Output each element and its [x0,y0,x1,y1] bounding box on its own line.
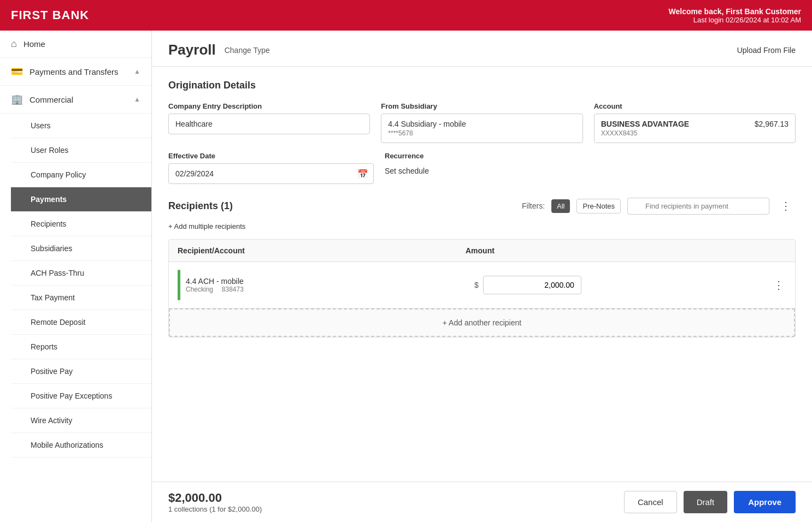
origination-section-title: Origination Details [168,80,796,91]
main-content: Payroll Change Type Upload From File Ori… [152,31,812,522]
filter-prenotes-button[interactable]: Pre-Notes [576,199,621,213]
amount-input[interactable] [483,276,581,294]
sidebar: ⌂ Home 💳 Payments and Transfers ▲ 🏢 Comm… [0,31,152,522]
recurrence-group: Recurrence Set schedule [385,152,796,184]
change-type-link[interactable]: Change Type [225,46,270,55]
account-label: Account [594,102,796,110]
footer-total-amount: $2,000.00 [168,491,262,505]
filter-all-button[interactable]: All [551,199,570,213]
col-actions [754,246,786,255]
add-multiple-recipients-link[interactable]: + Add multiple recipients [168,222,796,230]
building-icon: 🏢 [11,93,23,105]
account-group: Account BUSINESS ADVANTAGE XXXXX8435 $2,… [594,102,796,143]
recipients-filters: Filters: All Pre-Notes 🔍 ⋮ [522,197,796,215]
dollar-sign: $ [474,281,479,289]
sidebar-item-remote-deposit[interactable]: Remote Deposit [11,310,151,335]
account-input[interactable]: BUSINESS ADVANTAGE XXXXX8435 $2,967.13 [594,114,796,143]
recipient-search-wrapper: 🔍 [627,198,769,215]
chevron-up-icon-2: ▲ [134,96,140,103]
recipients-table: Recipient/Account Amount 4.4 ACH - mobil… [168,239,796,337]
credit-card-icon: 💳 [11,66,23,78]
sidebar-item-positive-pay-exceptions[interactable]: Positive Pay Exceptions [11,384,151,408]
footer-actions: Cancel Draft Approve [624,491,796,513]
sidebar-item-mobile-authorizations[interactable]: Mobile Authorizations [11,433,151,458]
approve-button[interactable]: Approve [734,491,796,513]
from-subsidiary-group: From Subsidiary 4.4 Subsidiary - mobile … [381,102,582,143]
chevron-up-icon: ▲ [134,68,140,75]
recipients-more-button[interactable]: ⋮ [776,197,796,215]
table-header: Recipient/Account Amount [169,240,795,262]
footer-total: $2,000.00 1 collections (1 for $2,000.00… [168,491,262,513]
logo: FIRST BANK [11,8,89,22]
effective-date-group: Effective Date 📅 [168,152,374,184]
filters-label: Filters: [522,201,545,210]
effective-date-label: Effective Date [168,152,374,160]
recipients-header: Recipients (1) Filters: All Pre-Notes 🔍 … [168,197,796,215]
from-subsidiary-label: From Subsidiary [381,102,582,110]
sidebar-item-user-roles[interactable]: User Roles [11,138,151,163]
sidebar-commercial-label: Commercial [30,95,127,104]
sidebar-item-payments-transfers[interactable]: 💳 Payments and Transfers ▲ [0,58,151,86]
sidebar-item-recipients[interactable]: Recipients [11,212,151,236]
draft-button[interactable]: Draft [684,491,728,513]
sidebar-payments-transfers-label: Payments and Transfers [30,67,127,76]
recipient-detail: Checking 838473 [186,286,244,293]
content-body: Origination Details Company Entry Descri… [152,67,812,482]
company-entry-label: Company Entry Description [168,102,370,110]
sidebar-item-commercial[interactable]: 🏢 Commercial ▲ [0,86,151,114]
recipients-title: Recipients (1) [168,200,233,212]
upload-from-file-link[interactable]: Upload From File [737,46,796,55]
recipient-cell: 4.4 ACH - mobile Checking 838473 [169,262,466,308]
content-footer: $2,000.00 1 collections (1 for $2,000.00… [152,482,812,522]
amount-cell: $ [466,268,762,302]
sidebar-item-payments[interactable]: Payments [11,187,151,212]
sidebar-item-ach-pass-thru[interactable]: ACH Pass-Thru [11,261,151,286]
page-title: Payroll [168,41,216,58]
sidebar-item-wire-activity[interactable]: Wire Activity [11,408,151,433]
col-amount: Amount [466,246,754,255]
app-header: FIRST BANK Welcome back, First Bank Cust… [0,0,812,31]
sidebar-item-subsidiaries[interactable]: Subsidiaries [11,236,151,261]
sidebar-sub-menu: Users User Roles Company Policy Payments… [0,114,151,458]
from-subsidiary-input[interactable]: 4.4 Subsidiary - mobile ****5678 [381,114,582,143]
calendar-icon: 📅 [357,169,368,179]
recipient-info: 4.4 ACH - mobile Checking 838473 [186,277,244,293]
row-more-button[interactable]: ⋮ [762,269,795,301]
sidebar-item-company-policy[interactable]: Company Policy [11,163,151,187]
footer-collections: 1 collections (1 for $2,000.00) [168,505,262,513]
content-header: Payroll Change Type Upload From File [152,31,812,67]
sidebar-item-reports[interactable]: Reports [11,335,151,359]
table-row: 4.4 ACH - mobile Checking 838473 $ ⋮ [169,262,795,309]
sidebar-item-users[interactable]: Users [11,114,151,138]
form-row2: Effective Date 📅 Recurrence Set schedule [168,152,796,184]
welcome-message: Welcome back, First Bank Customer Last l… [669,7,801,24]
col-recipient-account: Recipient/Account [178,246,466,255]
sidebar-item-tax-payment[interactable]: Tax Payment [11,286,151,310]
company-entry-input[interactable] [168,114,370,134]
cancel-button[interactable]: Cancel [624,491,677,513]
origination-form: Company Entry Description From Subsidiar… [168,102,796,143]
add-recipient-button[interactable]: + Add another recipient [169,309,795,337]
recipient-name: 4.4 ACH - mobile [186,277,244,286]
recipients-search-input[interactable] [627,198,769,215]
home-icon: ⌂ [11,38,17,50]
sidebar-home-label: Home [23,39,140,49]
sidebar-item-home[interactable]: ⌂ Home [0,31,151,58]
effective-date-input[interactable] [168,163,374,184]
status-bar [178,270,180,300]
recurrence-label: Recurrence [385,152,796,160]
company-entry-group: Company Entry Description [168,102,370,143]
set-schedule-link[interactable]: Set schedule [385,167,796,175]
sidebar-item-positive-pay[interactable]: Positive Pay [11,359,151,384]
